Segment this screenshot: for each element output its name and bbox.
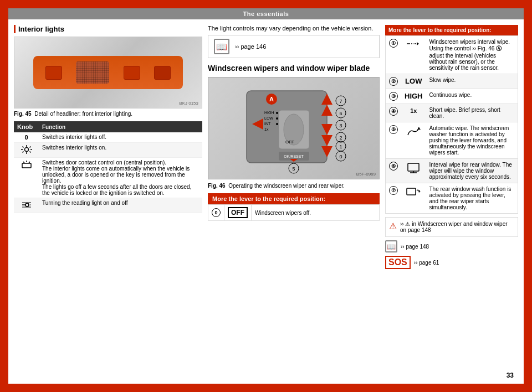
svg-line-5 — [29, 152, 30, 153]
row-num: ④ — [386, 104, 402, 122]
row-symbol — [401, 122, 426, 159]
sos-badge: SOS — [385, 256, 411, 269]
right-lever-table: ① Windscreen wipers interval wipe. Using… — [385, 35, 518, 214]
row-num: ② — [386, 74, 402, 89]
table-row: ⑥ Interval wipe for rear window. The wip… — [386, 159, 518, 183]
svg-line-7 — [22, 152, 23, 153]
page-number: 33 — [507, 372, 514, 379]
svg-text:HIGH: HIGH — [264, 111, 274, 115]
table-row: ⑦ The rear window wash function is activ… — [386, 183, 518, 214]
svg-marker-58 — [417, 127, 421, 130]
fig46-caption: Fig. 46 Operating the windscreen wiper a… — [208, 183, 380, 189]
table-row: 0 OFF Windscreen wipers off. — [208, 205, 380, 221]
wiper-section-title: Windscreen wipers and window wiper blade — [208, 64, 380, 73]
pos-num: 0 — [208, 205, 224, 221]
warning-text: ›› ⚠ in Windscreen wiper and window wipe… — [400, 221, 514, 233]
function-desc: Switches interior lights on. — [39, 143, 202, 158]
svg-rect-62 — [407, 188, 416, 195]
table-row: 0 Switches interior lights off. — [14, 132, 202, 143]
right-column: More the lever to the required position:… — [385, 25, 518, 379]
wiper-diagram: A 7 6 3 2 1 0 — [208, 77, 380, 179]
row-num: ① — [386, 36, 402, 74]
table-row: ⑤ Automatic wipe. The windscreen washer … — [386, 122, 518, 159]
knob-value: 0 — [14, 132, 39, 143]
row-num: ⑥ — [386, 159, 402, 183]
svg-point-46 — [276, 117, 278, 120]
row-num: ⑤ — [386, 122, 402, 159]
warning-box: ⚠ ›› ⚠ in Windscreen wiper and window wi… — [385, 217, 518, 237]
row-num: ③ — [386, 89, 402, 104]
table-row: ① Windscreen wipers interval wipe. Using… — [386, 36, 518, 74]
sos-ref-row: SOS ›› page 61 — [385, 256, 518, 269]
row-symbol — [401, 183, 426, 214]
table-row: Switches interior lights on. — [14, 143, 202, 158]
knob-value — [14, 198, 39, 213]
row-desc: Windscreen wipers interval wipe. Using t… — [426, 36, 518, 74]
svg-text:5: 5 — [292, 166, 295, 172]
page-header: The essentials — [8, 8, 524, 19]
function-desc: Turning the reading light on and off — [39, 198, 202, 213]
svg-line-11 — [23, 162, 24, 163]
row-symbol: LOW — [401, 74, 426, 89]
lever-symbol: OFF — [224, 205, 252, 221]
knob-value — [14, 158, 39, 198]
table-row: ④ 1x Short wipe. Brief press, short clea… — [386, 104, 518, 122]
svg-rect-9 — [22, 163, 31, 168]
row-num: ⑦ — [386, 183, 402, 214]
row-symbol: 1x — [401, 104, 426, 122]
row-desc: Short wipe. Brief press, short clean. — [426, 104, 518, 122]
function-desc: Switches door contact control on (centra… — [39, 158, 202, 198]
table-header-function: Function — [39, 121, 202, 132]
svg-text:A: A — [269, 96, 274, 102]
book-icon-2: 📖 — [385, 240, 397, 252]
table-row: ② LOW Slow wipe. — [386, 74, 518, 89]
svg-point-45 — [276, 112, 278, 114]
table-row: Turning the reading light on and off — [14, 198, 202, 213]
headliner-image: BKJ 0153 — [14, 37, 202, 109]
row-symbol: HIGH — [401, 89, 426, 104]
page-ref-1: ›› page 148 — [401, 244, 429, 250]
svg-text:1x: 1x — [264, 127, 269, 131]
row-desc: The rear window wash function is activat… — [426, 183, 518, 214]
row-desc: Automatic wipe. The windscreen washer fu… — [426, 122, 518, 159]
knob-value — [14, 143, 39, 158]
svg-point-8 — [24, 148, 28, 152]
page-ref-row-1: 📖 ›› page 148 — [385, 240, 518, 252]
svg-text:OK/RESET: OK/RESET — [284, 154, 304, 158]
table-header-knob: Knob — [14, 121, 39, 132]
row-desc: Slow wipe. — [426, 74, 518, 89]
row-symbol — [401, 159, 426, 183]
section-title-interior-lights: Interior lights — [14, 25, 202, 33]
warning-icon: ⚠ — [389, 221, 397, 233]
row-desc: Interval wipe for rear window. The wiper… — [426, 159, 518, 183]
intro-text: The light controls may vary depending on… — [208, 25, 380, 32]
svg-line-4 — [22, 147, 23, 148]
svg-text:0: 0 — [339, 154, 342, 159]
row-symbol — [401, 36, 426, 74]
svg-line-6 — [29, 147, 30, 148]
svg-text:INT: INT — [264, 122, 271, 126]
svg-text:LOW: LOW — [264, 116, 273, 120]
svg-line-12 — [29, 162, 30, 163]
knob-function-table: Knob Function 0 Switches interior lights… — [14, 121, 202, 213]
middle-column: The light controls may vary depending on… — [208, 25, 380, 379]
svg-text:7: 7 — [339, 99, 342, 104]
function-desc: Switches interior lights off. — [39, 132, 202, 143]
lever-table: 0 OFF Windscreen wipers off. — [208, 204, 380, 221]
row-desc: Continuous wipe. — [426, 89, 518, 104]
svg-text:OFF: OFF — [285, 140, 294, 145]
svg-text:2: 2 — [339, 135, 342, 141]
table-row: Switches door contact control on (centra… — [14, 158, 202, 198]
svg-point-47 — [276, 123, 278, 125]
right-header: More the lever to the required position: — [385, 25, 518, 35]
lever-desc: Windscreen wipers off. — [252, 205, 380, 221]
svg-text:1: 1 — [339, 144, 342, 149]
svg-marker-57 — [417, 42, 419, 45]
svg-rect-59 — [408, 163, 419, 171]
fig45-caption: Fig. 45 Detail of headliner: front inter… — [14, 111, 202, 117]
lever-required-header: More the lever to the required position: — [208, 193, 380, 204]
svg-text:6: 6 — [339, 111, 342, 116]
page-ref-text: ›› page 146 — [235, 43, 266, 50]
svg-text:3: 3 — [339, 123, 342, 128]
sos-page-ref: ›› page 61 — [414, 260, 439, 266]
